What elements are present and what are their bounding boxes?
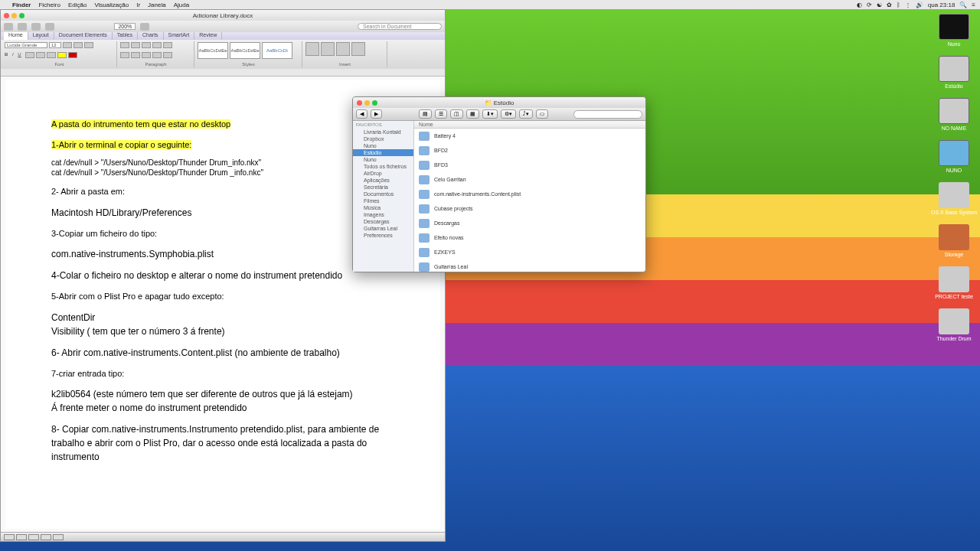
status-icon[interactable]: ◐	[857, 2, 862, 8]
help-icon[interactable]	[140, 23, 149, 31]
view-icon-button[interactable]: ▤	[419, 109, 432, 119]
sidebar-item[interactable]: Imagens	[353, 211, 413, 218]
spacing-icon[interactable]	[163, 52, 172, 58]
tab-charts[interactable]: Charts	[138, 32, 164, 40]
view-focus[interactable]	[53, 534, 64, 540]
list-item[interactable]: Battery 4	[414, 129, 645, 143]
menu-view[interactable]: Visualização	[94, 2, 129, 8]
minimize-icon[interactable]	[364, 100, 370, 106]
list-item[interactable]: Celo Garritan	[414, 172, 645, 187]
desktop-item-drive[interactable]: OS X Base System	[934, 182, 974, 215]
picture-icon[interactable]	[336, 42, 350, 56]
close-icon[interactable]	[4, 13, 9, 18]
desktop-item-folder[interactable]: PROJECT teste	[934, 266, 974, 299]
desktop-item-user[interactable]: Nuno	[934, 14, 974, 47]
view-outline[interactable]	[16, 534, 27, 540]
list-item[interactable]: Cubase projects	[414, 201, 645, 216]
multilevel-icon[interactable]	[142, 42, 151, 48]
notif-icon[interactable]: ≡	[972, 2, 975, 8]
share-button[interactable]: ⤴▾	[519, 109, 533, 119]
bluetooth-icon[interactable]: ᛒ	[897, 2, 900, 8]
shape-icon[interactable]	[321, 42, 335, 56]
list-item[interactable]: BFD3	[414, 158, 645, 172]
app-menu[interactable]: Finder	[12, 2, 31, 8]
tab-smartart[interactable]: SmartArt	[164, 32, 195, 40]
textbox-icon[interactable]	[305, 42, 319, 56]
style-heading1[interactable]: AaBbCcDt	[262, 42, 292, 59]
desktop-item-drive[interactable]: Storage	[934, 224, 974, 257]
align-right-icon[interactable]	[142, 52, 151, 58]
search-input[interactable]	[573, 110, 642, 119]
view-list-button[interactable]: ☰	[435, 109, 447, 119]
sidebar-item[interactable]: Nuno	[353, 156, 413, 163]
desktop-item-drive[interactable]: NO NAME	[934, 98, 974, 131]
clear-fmt-icon[interactable]	[84, 42, 93, 48]
numbering-icon[interactable]	[131, 42, 140, 48]
fwd-button[interactable]: ▶	[371, 109, 382, 119]
tab-home[interactable]: Home	[4, 32, 28, 40]
list-item[interactable]: Efeito novas	[414, 230, 645, 245]
tab-tables[interactable]: Tables	[113, 32, 138, 40]
word-titlebar[interactable]: Adicionar Library.docx	[1, 10, 445, 21]
wifi-icon[interactable]: ⋮	[905, 2, 911, 8]
menu-go[interactable]: Ir	[136, 2, 140, 8]
ruler[interactable]	[1, 69, 445, 77]
zoom-select[interactable]: 200%	[114, 23, 136, 30]
sidebar-item[interactable]: Livraria Kontakt	[353, 129, 413, 135]
sub-icon[interactable]	[36, 52, 45, 58]
back-button[interactable]: ◀	[356, 109, 368, 119]
highlight-icon[interactable]	[57, 52, 67, 58]
sup-icon[interactable]	[47, 52, 56, 58]
sidebar-item[interactable]: Música	[353, 204, 413, 211]
style-normal[interactable]: AaBbCcDdEe	[198, 42, 228, 59]
search-input[interactable]: Search in Document	[358, 23, 442, 30]
view-publishing[interactable]	[28, 534, 39, 540]
sidebar-item[interactable]: Dropbox	[353, 135, 413, 142]
volume-icon[interactable]: 🔊	[916, 2, 923, 8]
action-button[interactable]: ⚙▾	[501, 109, 516, 119]
status-icon[interactable]: ☯	[877, 2, 882, 8]
status-icon[interactable]: ✿	[887, 2, 892, 8]
tab-docel[interactable]: Document Elements	[54, 32, 113, 40]
justify-icon[interactable]	[152, 52, 162, 58]
align-center-icon[interactable]	[131, 52, 140, 58]
grow-font-icon[interactable]	[63, 42, 72, 48]
bullets-icon[interactable]	[120, 42, 129, 48]
underline-button[interactable]: U	[18, 52, 21, 58]
clock[interactable]: qua 23:18	[928, 2, 956, 8]
sidebar-item[interactable]: Documentos	[353, 191, 413, 197]
status-icon[interactable]: ⟳	[867, 2, 872, 8]
sidebar-item[interactable]: Preferences	[353, 232, 413, 239]
tab-layout[interactable]: Layout	[28, 32, 54, 40]
menu-edit[interactable]: Edição	[68, 2, 87, 8]
print-icon[interactable]	[45, 23, 54, 31]
spotlight-icon[interactable]: 🔍	[959, 2, 967, 8]
close-icon[interactable]	[357, 100, 362, 106]
list-item[interactable]: EZKEYS	[414, 245, 645, 259]
menu-help[interactable]: Ajuda	[174, 2, 189, 8]
desktop-item-drive[interactable]: Estúdio	[934, 56, 974, 89]
list-item[interactable]: com.native-instruments.Content.plist	[414, 187, 645, 201]
minimize-icon[interactable]	[11, 13, 17, 18]
zoom-icon[interactable]	[19, 13, 24, 18]
sidebar-item[interactable]: Secretária	[353, 184, 413, 191]
sidebar-item[interactable]: Filmes	[353, 197, 413, 204]
italic-button[interactable]: I	[12, 52, 14, 58]
desktop-item-folder[interactable]: Thunder Drum	[934, 308, 974, 341]
desktop-item-drive[interactable]: NUNO	[934, 140, 974, 173]
themes-icon[interactable]	[351, 42, 365, 56]
indent-icon[interactable]	[163, 42, 172, 48]
sidebar-item[interactable]: Estúdio	[353, 149, 413, 156]
list-item[interactable]: Descargas	[414, 216, 645, 230]
strike-icon[interactable]	[25, 52, 34, 58]
redo-icon[interactable]	[31, 23, 41, 31]
finder-titlebar[interactable]: 📁 Estúdio	[353, 97, 645, 108]
list-item[interactable]: Guitarras Leal	[414, 259, 645, 272]
size-select[interactable]: 12	[49, 42, 61, 48]
style-nospacing[interactable]: AaBbCcDdEe	[230, 42, 260, 59]
sidebar-item[interactable]: Todos os ficheiros	[353, 163, 413, 170]
arrange-button[interactable]: ⬇▾	[482, 109, 498, 119]
tags-button[interactable]: ⬭	[536, 109, 548, 119]
font-color-icon[interactable]	[68, 52, 77, 58]
view-cover-button[interactable]: ▦	[466, 109, 479, 119]
